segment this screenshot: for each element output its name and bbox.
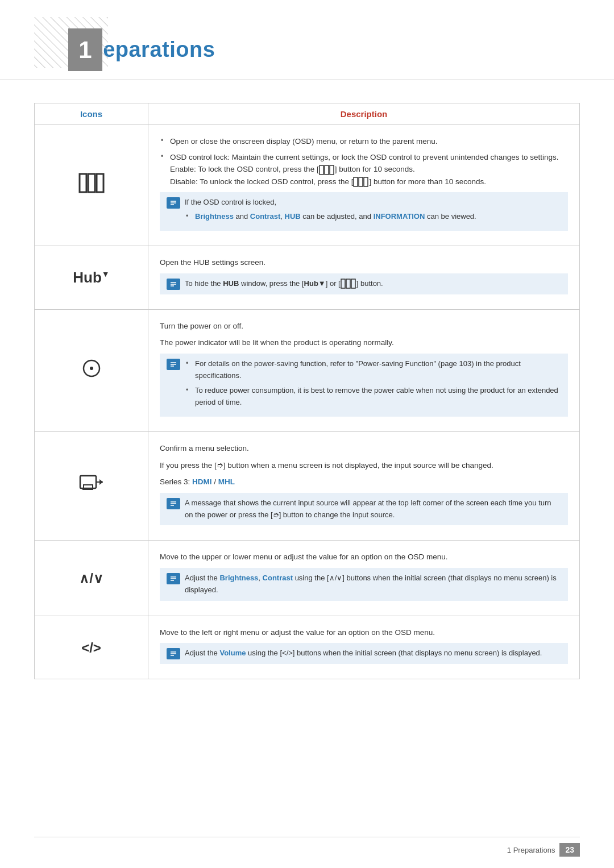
svg-rect-7: [330, 165, 334, 175]
table-row: Hub▼ Open the HUB settings screen. To hi…: [35, 246, 580, 309]
osd-bullet-list: Open or close the onscreen display (OSD)…: [160, 135, 568, 188]
osd-bullet-1: Open or close the onscreen display (OSD)…: [160, 135, 568, 148]
note-icon-4: [167, 498, 180, 509]
input-note-1: A message that shows the current input s…: [160, 493, 568, 526]
leftright-note-1: Adjust the Volume using the [</>] button…: [160, 643, 568, 664]
chapter-block: 1: [68, 28, 102, 71]
svg-rect-21: [351, 279, 355, 288]
osd-note-1-content: If the OSD control is locked, Brightness…: [185, 197, 561, 226]
svg-rect-20: [346, 279, 350, 288]
input-description-cell: Confirm a menu selection. If you press t…: [148, 431, 580, 540]
input-icon-cell: [35, 431, 148, 540]
svg-marker-32: [99, 479, 103, 485]
svg-rect-3: [88, 174, 95, 192]
svg-point-23: [90, 367, 93, 370]
svg-rect-10: [364, 177, 368, 186]
hub-desc-1: Open the HUB settings screen.: [160, 256, 568, 269]
note-icon-6: [167, 648, 180, 659]
updown-description-cell: Move to the upper or lower menu or adjus…: [148, 541, 580, 616]
power-desc-2: The power indicator will be lit when the…: [160, 337, 568, 349]
hub-note-1-content: To hide the HUB window, press the [Hub▼]…: [185, 278, 561, 290]
svg-rect-5: [320, 165, 323, 175]
power-note-1: For details on the power-saving function…: [160, 354, 568, 417]
leftright-icon-cell: </>: [35, 616, 148, 679]
note-icon-5: [167, 573, 180, 584]
hub-note-1: To hide the HUB window, press the [Hub▼]…: [160, 273, 568, 294]
osd-icon-cell: [35, 125, 148, 246]
leftright-description-cell: Move to the left or right menu or adjust…: [148, 616, 580, 679]
power-description-cell: Turn the power on or off. The power indi…: [148, 309, 580, 431]
osd-note-bullet-1: Brightness and Contrast, HUB can be adju…: [185, 211, 561, 223]
note-icon-2: [167, 279, 180, 290]
input-source-icon: [79, 474, 104, 495]
power-icon-cell: [35, 309, 148, 431]
table-row: </> Move to the left or right menu or ad…: [35, 616, 580, 679]
svg-rect-8: [354, 177, 358, 186]
leftright-icon: </>: [81, 640, 101, 655]
power-desc-1: Turn the power on or off.: [160, 320, 568, 333]
table-row: Turn the power on or off. The power indi…: [35, 309, 580, 431]
updown-note-1: Adjust the Brightness, Contrast using th…: [160, 568, 568, 601]
input-desc-1: Confirm a menu selection.: [160, 442, 568, 455]
table-row: Open or close the onscreen display (OSD)…: [35, 125, 580, 246]
table-header-row: Icons Description: [35, 103, 580, 125]
svg-rect-19: [341, 279, 345, 288]
svg-rect-6: [325, 165, 329, 175]
hub-icon: Hub▼: [73, 269, 109, 286]
page-header: 1 Preparations: [0, 0, 614, 80]
icons-column-header: Icons: [35, 103, 148, 125]
osd-description-cell: Open or close the onscreen display (OSD)…: [148, 125, 580, 246]
main-content: Icons Description: [0, 103, 614, 679]
updown-icon: ∧/∨: [79, 571, 103, 586]
power-icon: [80, 357, 103, 380]
svg-rect-2: [80, 174, 86, 192]
leftright-desc-1: Move to the left or right menu or adjust…: [160, 626, 568, 639]
footer-chapter-label: 1 Preparations: [507, 846, 555, 854]
power-note-bullet-2: To reduce power consumption, it is best …: [185, 385, 561, 409]
chapter-number: 1: [78, 36, 92, 64]
power-note-bullets: For details on the power-saving function…: [185, 358, 561, 409]
osd-note-1: If the OSD control is locked, Brightness…: [160, 192, 568, 231]
osd-note-bullets: Brightness and Contrast, HUB can be adju…: [185, 211, 561, 223]
icons-table: Icons Description: [34, 103, 580, 679]
updown-icon-cell: ∧/∨: [35, 541, 148, 616]
hub-description-cell: Open the HUB settings screen. To hide th…: [148, 246, 580, 309]
osd-grid-icon: [77, 172, 106, 194]
power-note-content: For details on the power-saving function…: [185, 358, 561, 412]
input-note-content: A message that shows the current input s…: [185, 497, 561, 521]
leftright-note-content: Adjust the Volume using the [</>] button…: [185, 647, 561, 659]
hub-icon-cell: Hub▼: [35, 246, 148, 309]
power-note-bullet-1: For details on the power-saving function…: [185, 358, 561, 382]
osd-bullet-2: OSD control lock: Maintain the current s…: [160, 151, 568, 188]
note-icon: [167, 197, 180, 209]
svg-rect-28: [80, 476, 96, 488]
input-desc-2: If you press the [➮] button when a menu …: [160, 459, 568, 472]
note-icon-3: [167, 359, 180, 370]
footer-page-number: 23: [559, 843, 580, 857]
description-column-header: Description: [148, 103, 580, 125]
page-footer: 1 Preparations 23: [34, 837, 580, 857]
updown-note-content: Adjust the Brightness, Contrast using th…: [185, 572, 561, 596]
input-desc-3: Series 3: HDMI / MHL: [160, 476, 568, 488]
svg-rect-4: [97, 174, 103, 192]
svg-rect-9: [359, 177, 363, 186]
updown-desc-1: Move to the upper or lower menu or adjus…: [160, 551, 568, 563]
table-row: ∧/∨ Move to the upper or lower menu or a…: [35, 541, 580, 616]
table-row: Confirm a menu selection. If you press t…: [35, 431, 580, 540]
